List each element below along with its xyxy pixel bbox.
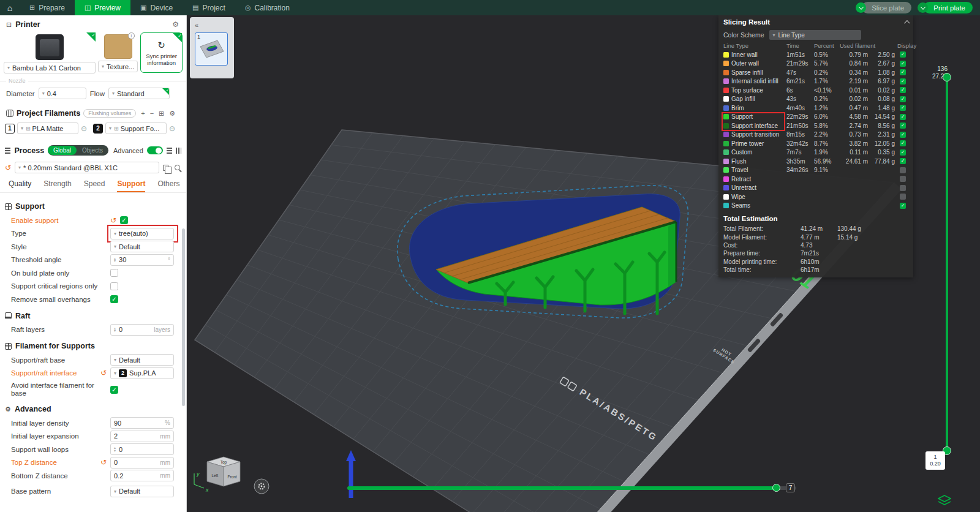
- support-type-dropdown[interactable]: tree(auto): [110, 228, 174, 239]
- critical-regions-checkbox[interactable]: [110, 282, 118, 290]
- support-style-dropdown[interactable]: Default: [110, 241, 174, 252]
- plate-thumbnail[interactable]: 1: [195, 32, 228, 66]
- support-base-dropdown[interactable]: Default: [110, 354, 174, 366]
- raft-layers-spinner[interactable]: 0layers: [110, 324, 174, 336]
- avoid-interface-checkbox[interactable]: [110, 386, 118, 394]
- remove-overhangs-checkbox[interactable]: [110, 295, 118, 303]
- tab-quality[interactable]: Quality: [9, 179, 31, 192]
- tune-icon[interactable]: [176, 148, 181, 154]
- display-checkbox[interactable]: [900, 132, 906, 138]
- save-preset-icon[interactable]: [163, 165, 168, 171]
- enable-support-reset-icon[interactable]: ↺: [110, 216, 116, 225]
- printer-settings-icon[interactable]: ⚙: [172, 20, 179, 29]
- display-checkbox[interactable]: [900, 167, 906, 173]
- global-segment[interactable]: Global: [48, 146, 77, 155]
- collapse-panel-icon[interactable]: [904, 20, 910, 26]
- display-checkbox[interactable]: [900, 87, 906, 93]
- display-checkbox[interactable]: [900, 176, 906, 182]
- search-settings-icon[interactable]: [175, 165, 180, 170]
- spinner-arrows-icon[interactable]: [114, 257, 116, 263]
- gizmo-front-label[interactable]: Front: [227, 475, 236, 479]
- display-checkbox[interactable]: [900, 51, 906, 58]
- home-button[interactable]: ⌂: [0, 0, 20, 15]
- filament-2-remove-icon[interactable]: ⊖: [169, 124, 175, 133]
- display-checkbox[interactable]: [900, 114, 906, 120]
- diameter-dropdown[interactable]: 0.4: [39, 88, 86, 99]
- filament-1-remove-icon[interactable]: ⊖: [81, 124, 87, 133]
- tab-speed[interactable]: Speed: [84, 179, 105, 192]
- objects-segment[interactable]: Objects: [77, 146, 108, 155]
- plate-type-dropdown[interactable]: Texture...: [98, 61, 138, 72]
- collapse-plate-list-icon[interactable]: «: [195, 21, 198, 29]
- initial-expansion-input[interactable]: 2mm: [110, 431, 174, 442]
- enable-support-checkbox[interactable]: [120, 216, 128, 224]
- color-scheme-dropdown[interactable]: Line Type: [769, 30, 861, 40]
- display-checkbox[interactable]: [900, 194, 906, 200]
- global-objects-toggle[interactable]: Global Objects: [48, 145, 108, 156]
- top-z-input[interactable]: 0mm: [110, 457, 174, 469]
- preset-reset-icon[interactable]: ↺: [5, 164, 11, 172]
- layer-slider-track[interactable]: [946, 78, 948, 450]
- remove-filament-icon[interactable]: −: [150, 110, 154, 117]
- filament-grid-icon[interactable]: ⊞: [159, 110, 164, 118]
- plate-type-card[interactable]: Texture...: [98, 32, 138, 73]
- advanced-toggle[interactable]: [147, 146, 163, 154]
- display-checkbox[interactable]: [900, 203, 906, 209]
- wall-loops-spinner[interactable]: 0: [110, 443, 174, 455]
- tab-prepare[interactable]: ⊞Prepare: [20, 0, 75, 15]
- tab-device[interactable]: ▣Device: [130, 0, 183, 15]
- line-type-row-top-surface: Top surface6s<0.1%0.01 m0.02 g: [723, 86, 908, 95]
- flushing-volumes-button[interactable]: Flushing volumes: [83, 109, 136, 118]
- support-interface-reset-icon[interactable]: ↺: [100, 369, 107, 377]
- view-list-icon[interactable]: [167, 148, 172, 154]
- tab-support[interactable]: Support: [117, 179, 145, 192]
- display-checkbox[interactable]: [900, 96, 906, 102]
- moves-slider-track[interactable]: [347, 486, 796, 490]
- tab-others[interactable]: Others: [157, 179, 179, 192]
- display-checkbox[interactable]: [900, 105, 906, 111]
- base-pattern-dropdown[interactable]: Default: [110, 486, 174, 497]
- printer-name-dropdown[interactable]: Bambu Lab X1 Carbon: [4, 62, 96, 73]
- gizmo-left-label[interactable]: Left: [212, 473, 219, 478]
- plate-info-icon[interactable]: [128, 32, 135, 39]
- viewport-settings-button[interactable]: [254, 479, 269, 494]
- initial-density-input[interactable]: 90%: [110, 417, 174, 429]
- moves-slider-handle[interactable]: [772, 484, 780, 492]
- display-checkbox[interactable]: [900, 61, 906, 67]
- tab-preview[interactable]: ◫Preview: [75, 0, 130, 15]
- display-checkbox[interactable]: [900, 158, 906, 164]
- sync-printer-button[interactable]: ↻ Sync printer information: [140, 32, 183, 73]
- filament-1-dropdown[interactable]: ⊞PLA Matte: [17, 122, 78, 134]
- preset-dropdown[interactable]: * 0.20mm Standard @BBL X1C: [15, 162, 159, 173]
- slice-plate-button[interactable]: Slice plate: [862, 2, 911, 13]
- display-checkbox[interactable]: [900, 69, 906, 75]
- layer-slider-top-handle[interactable]: [943, 73, 951, 81]
- layers-icon[interactable]: [938, 495, 951, 508]
- tab-calibration[interactable]: ◎Calibration: [235, 0, 300, 15]
- bottom-z-input[interactable]: 0.2mm: [110, 470, 174, 481]
- gizmo-top-label[interactable]: Top: [221, 460, 227, 465]
- tab-strength[interactable]: Strength: [43, 179, 71, 192]
- on-build-plate-checkbox[interactable]: [110, 269, 118, 277]
- printer-select-card[interactable]: Bambu Lab X1 Carbon: [4, 32, 96, 73]
- viewport-3d[interactable]: 01 PLA/ABS/PETG HOT SURFACE y x: [187, 15, 980, 512]
- flow-dropdown[interactable]: Standard: [108, 88, 170, 99]
- filament-settings-icon[interactable]: ⚙: [169, 110, 175, 118]
- display-checkbox[interactable]: [900, 78, 906, 85]
- support-interface-dropdown[interactable]: 2Sup.PLA: [110, 367, 174, 379]
- tab-project[interactable]: ▤Project: [183, 0, 235, 15]
- display-checkbox[interactable]: [900, 185, 906, 191]
- settings-scrollbar[interactable]: [182, 228, 185, 406]
- filament-2-dropdown[interactable]: ⊞Support Fo...: [105, 122, 167, 134]
- spinner-arrows-icon[interactable]: [114, 446, 116, 452]
- spinner-arrows-icon[interactable]: [114, 327, 116, 333]
- threshold-angle-spinner[interactable]: 30°: [110, 254, 174, 266]
- top-z-reset-icon[interactable]: ↺: [100, 458, 107, 467]
- slice-plate-group: Slice plate: [856, 2, 911, 13]
- print-plate-button[interactable]: Print plate: [924, 2, 973, 13]
- display-checkbox[interactable]: [900, 149, 906, 156]
- add-filament-icon[interactable]: +: [141, 110, 145, 117]
- display-checkbox[interactable]: [900, 140, 906, 146]
- line-type-swatch: [723, 203, 729, 208]
- display-checkbox[interactable]: [900, 122, 906, 129]
